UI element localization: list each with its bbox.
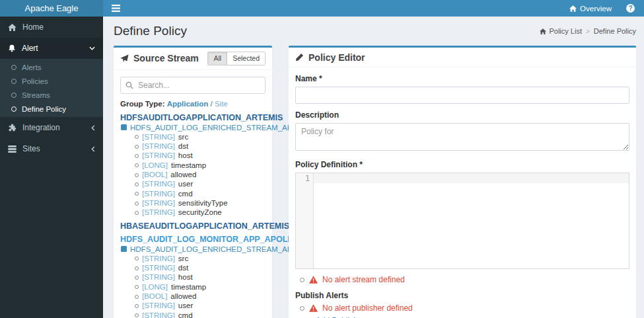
bell-icon bbox=[8, 44, 16, 52]
warning-text: No alert publisher defined bbox=[322, 303, 413, 313]
sidebar-item-home[interactable]: Home bbox=[0, 17, 103, 38]
source-stream-title-text: Source Stream bbox=[133, 53, 199, 63]
send-icon bbox=[120, 54, 129, 63]
page-title: Define Policy bbox=[114, 24, 187, 38]
sidebar-toggle-button[interactable] bbox=[103, 0, 129, 17]
breadcrumb-policy-list[interactable]: Policy List bbox=[540, 27, 582, 35]
sidebar-item-alert[interactable]: Alert bbox=[0, 38, 103, 59]
alert-stream-warning-row: No alert stream defined bbox=[300, 275, 629, 284]
stream-tree: HDFSAUDITLOGAPPLICATION_ARTEMISHDFS_AUDI… bbox=[120, 113, 266, 318]
hamburger-icon bbox=[112, 5, 120, 12]
stream-item[interactable]: HDFS_AUDIT_LOG_ENRICHED_STREAM_ARTEMIS bbox=[121, 124, 266, 132]
sidebar-item-streams[interactable]: Streams bbox=[0, 88, 103, 102]
pencil-icon bbox=[295, 53, 304, 61]
policy-definition-editor[interactable]: 1 bbox=[295, 173, 629, 269]
description-label: Description bbox=[295, 110, 629, 120]
group-type-row: Group Type: Application / Site bbox=[120, 100, 266, 108]
warning-text: No alert stream defined bbox=[322, 275, 405, 284]
search-icon bbox=[125, 81, 133, 89]
navbar-right: Overview ? bbox=[561, 0, 644, 17]
sidebar-item-label: Sites bbox=[22, 144, 40, 153]
stream-field: [STRING]dst bbox=[135, 264, 266, 272]
stream-group-header[interactable]: HDFS_AUDIT_LOG_MONITOR_APP_APOLLO bbox=[120, 235, 266, 244]
editor-code-area[interactable] bbox=[314, 173, 629, 268]
publisher-warning-row: No alert publisher defined bbox=[300, 303, 629, 313]
circle-icon bbox=[300, 278, 304, 282]
stream-icon bbox=[121, 124, 127, 130]
policy-editor-body: Name * Description Policy Definition * 1 bbox=[289, 67, 636, 318]
warning-icon bbox=[309, 276, 318, 284]
sidebar-item-alerts[interactable]: Alerts bbox=[0, 60, 103, 74]
stream-field: [STRING]host bbox=[135, 151, 266, 160]
breadcrumb-current: Define Policy bbox=[594, 27, 636, 35]
circle-icon bbox=[300, 306, 304, 311]
editor-line-gutter: 1 bbox=[296, 173, 314, 268]
breadcrumb-label: Policy List bbox=[549, 27, 582, 35]
question-icon: ? bbox=[626, 4, 635, 13]
brand-link[interactable]: Apache Eagle bbox=[0, 0, 103, 17]
stream-field: [STRING]user bbox=[135, 180, 266, 188]
stream-field: [STRING]dst bbox=[135, 142, 266, 151]
stream-icon bbox=[121, 246, 127, 252]
stream-field: [STRING]src bbox=[135, 133, 266, 141]
sidebar-item-policies[interactable]: Policies bbox=[0, 74, 103, 88]
stream-field: [STRING]sensitivityType bbox=[135, 199, 266, 208]
sidebar-item-integration[interactable]: Integration bbox=[0, 117, 103, 138]
sidebar-item-label: Policies bbox=[22, 77, 48, 85]
circle-icon bbox=[11, 79, 17, 84]
stream-field: [LONG]timestamp bbox=[135, 161, 266, 170]
circle-icon bbox=[135, 285, 139, 289]
overview-link[interactable]: Overview bbox=[561, 0, 620, 17]
stream-field: [STRING]src bbox=[135, 255, 266, 263]
group-type-site-link[interactable]: Site bbox=[215, 100, 228, 108]
main-content: Define Policy Policy List > Define Polic… bbox=[103, 17, 644, 318]
source-stream-panel: Source Stream All Selected Group Type: A… bbox=[114, 46, 272, 318]
group-type-application-link[interactable]: Application bbox=[167, 100, 209, 108]
stream-field: [STRING]cmd bbox=[135, 190, 266, 198]
sidebar-item-define-policy[interactable]: Define Policy bbox=[0, 102, 103, 116]
sidebar-item-label: Integration bbox=[22, 123, 60, 132]
policy-name-input[interactable] bbox=[295, 87, 629, 104]
overview-label: Overview bbox=[580, 5, 612, 13]
stream-group-header[interactable]: HBASEAUDITLOGAPPLICATION_ARTEMIS bbox=[120, 221, 266, 231]
circle-icon bbox=[135, 266, 139, 270]
stream-group-header[interactable]: HDFSAUDITLOGAPPLICATION_ARTEMIS bbox=[120, 113, 266, 122]
stream-field: [BOOL]allowed bbox=[135, 171, 266, 179]
filter-selected-button[interactable]: Selected bbox=[227, 52, 266, 65]
policy-editor-title: Policy Editor bbox=[295, 52, 365, 63]
circle-icon bbox=[135, 202, 139, 206]
breadcrumb: Policy List > Define Policy bbox=[540, 27, 636, 35]
circle-icon bbox=[135, 173, 139, 177]
circle-icon bbox=[135, 276, 139, 280]
name-label: Name * bbox=[295, 74, 629, 83]
chevron-left-icon bbox=[91, 125, 95, 131]
home-icon bbox=[8, 24, 17, 31]
sidebar-item-sites[interactable]: Sites bbox=[0, 138, 103, 159]
policy-description-textarea[interactable] bbox=[295, 123, 629, 151]
help-button[interactable]: ? bbox=[620, 0, 644, 17]
stream-filter-group: All Selected bbox=[207, 52, 266, 65]
stream-field: [STRING]user bbox=[135, 301, 266, 310]
circle-icon bbox=[135, 304, 139, 308]
sidebar-item-label: Define Policy bbox=[22, 105, 66, 113]
home-icon bbox=[569, 5, 577, 12]
circle-icon bbox=[135, 192, 139, 196]
circle-icon bbox=[135, 182, 139, 186]
top-navbar: Apache Eagle Overview ? bbox=[0, 0, 644, 17]
app-window: Apache Eagle Overview ? Home Alert bbox=[0, 0, 644, 318]
stream-item[interactable]: HDFS_AUDIT_LOG_ENRICHED_STREAM_APOLLO bbox=[121, 245, 266, 253]
circle-icon bbox=[11, 106, 17, 112]
stream-field: [LONG]timestamp bbox=[135, 283, 266, 292]
circle-icon bbox=[135, 135, 139, 139]
policy-editor-header: Policy Editor bbox=[289, 48, 636, 67]
circle-icon bbox=[135, 154, 139, 158]
breadcrumb-separator: > bbox=[586, 28, 590, 35]
stream-search bbox=[120, 77, 266, 94]
content-header: Define Policy Policy List > Define Polic… bbox=[114, 24, 636, 38]
sidebar-item-label: Alert bbox=[22, 44, 38, 53]
stream-search-input[interactable] bbox=[120, 77, 266, 94]
stream-field: [STRING]host bbox=[135, 273, 266, 282]
filter-all-button[interactable]: All bbox=[207, 52, 227, 65]
group-type-separator: / bbox=[211, 100, 213, 108]
chevron-left-icon bbox=[91, 146, 95, 152]
